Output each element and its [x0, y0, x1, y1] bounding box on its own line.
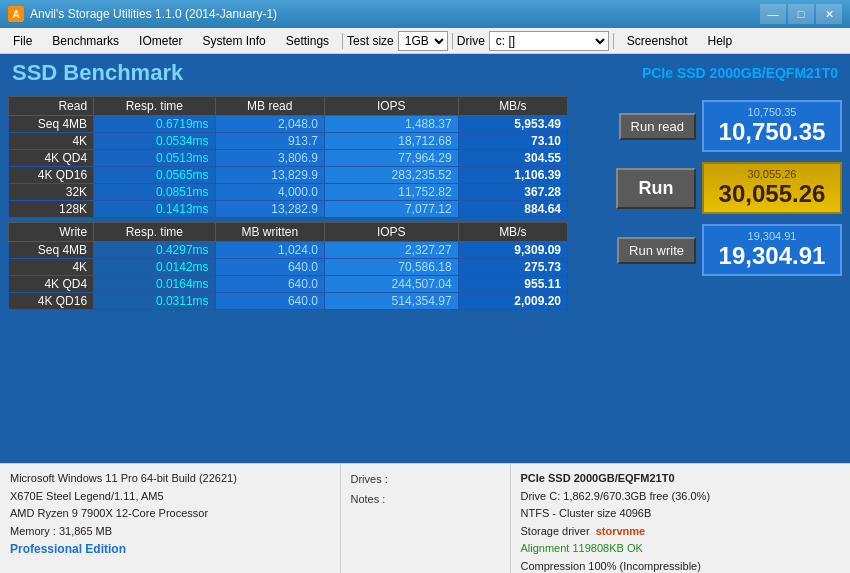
write-row1-col1: 0.0142ms	[94, 259, 216, 276]
write-row1-col4: 275.73	[458, 259, 567, 276]
write-header-col0: Write	[9, 223, 94, 242]
read-row3-col0: 4K QD16	[9, 167, 94, 184]
write-row-3: 4K QD16 0.0311ms 640.0 514,354.97 2,009.…	[9, 293, 568, 310]
write-row2-col3: 244,507.04	[324, 276, 458, 293]
drive-info-name: PCIe SSD 2000GB/EQFM21T0	[521, 470, 841, 488]
menu-benchmarks[interactable]: Benchmarks	[43, 30, 128, 52]
run-write-row: Run write 19,304.91 19,304.91	[617, 224, 842, 276]
write-row3-col2: 640.0	[215, 293, 324, 310]
pro-edition-label: Professional Edition	[10, 540, 330, 559]
test-size-label: Test size	[347, 34, 394, 48]
write-row0-col0: Seq 4MB	[9, 242, 94, 259]
read-score-display: 10,750.35 10,750.35	[702, 100, 842, 152]
menu-bar: File Benchmarks IOmeter System Info Sett…	[0, 28, 850, 54]
read-header-col2: MB read	[215, 97, 324, 116]
content-area: SSD Benchmark PCIe SSD 2000GB/EQFM21T0 R…	[0, 54, 850, 573]
menu-iometer[interactable]: IOmeter	[130, 30, 191, 52]
menu-separator-3	[613, 33, 614, 49]
drive-info-free: Drive C: 1,862.9/670.3GB free (36.0%)	[521, 488, 841, 506]
total-score-large: 30,055.26	[714, 180, 830, 208]
menu-help[interactable]: Help	[699, 30, 742, 52]
read-table: Read Resp. time MB read IOPS MB/s Seq 4M…	[8, 96, 568, 218]
menu-settings[interactable]: Settings	[277, 30, 338, 52]
drive-select[interactable]: c: []	[489, 31, 609, 51]
read-row2-col3: 77,964.29	[324, 150, 458, 167]
read-header-col3: IOPS	[324, 97, 458, 116]
test-size-select[interactable]: 1GB 4GB 8GB	[398, 31, 448, 51]
run-write-button[interactable]: Run write	[617, 237, 696, 264]
write-header-col2: MB written	[215, 223, 324, 242]
menu-system-info[interactable]: System Info	[193, 30, 274, 52]
drive-info-driver: Storage driver storvnme	[521, 523, 841, 541]
drive-info-alignment: Alignment 119808KB OK	[521, 540, 841, 558]
total-score-small: 30,055.26	[714, 168, 830, 180]
write-row0-col2: 1,024.0	[215, 242, 324, 259]
read-row0-col0: Seq 4MB	[9, 116, 94, 133]
tables-container: Read Resp. time MB read IOPS MB/s Seq 4M…	[8, 96, 568, 459]
read-row5-col3: 7,077.12	[324, 201, 458, 218]
read-row1-col4: 73.10	[458, 133, 567, 150]
drive-label: Drive	[457, 34, 485, 48]
read-score-small: 10,750.35	[714, 106, 830, 118]
drive-info-compression: Compression 100% (Incompressible)	[521, 558, 841, 573]
run-read-row: Run read 10,750.35 10,750.35	[619, 100, 842, 152]
run-total-row: Run 30,055.26 30,055.26	[616, 162, 842, 214]
read-row1-col3: 18,712.68	[324, 133, 458, 150]
write-row3-col1: 0.0311ms	[94, 293, 216, 310]
title-bar: A Anvil's Storage Utilities 1.1.0 (2014-…	[0, 0, 850, 28]
write-row2-col4: 955.11	[458, 276, 567, 293]
write-row3-col0: 4K QD16	[9, 293, 94, 310]
read-row2-col4: 304.55	[458, 150, 567, 167]
run-button[interactable]: Run	[616, 168, 696, 209]
write-score-small: 19,304.91	[714, 230, 830, 242]
window-title: Anvil's Storage Utilities 1.1.0 (2014-Ja…	[30, 7, 277, 21]
read-row0-col1: 0.6719ms	[94, 116, 216, 133]
read-row-0: Seq 4MB 0.6719ms 2,048.0 1,488.37 5,953.…	[9, 116, 568, 133]
menu-screenshot[interactable]: Screenshot	[618, 30, 697, 52]
read-row2-col2: 3,806.9	[215, 150, 324, 167]
read-row-4: 32K 0.0851ms 4,000.0 11,752.82 367.28	[9, 184, 568, 201]
app-icon: A	[8, 6, 24, 22]
system-info-panel: Microsoft Windows 11 Pro 64-bit Build (2…	[0, 464, 340, 573]
drive-control: Drive c: []	[457, 31, 609, 51]
read-row3-col2: 13,829.9	[215, 167, 324, 184]
write-row3-col3: 514,354.97	[324, 293, 458, 310]
read-row4-col4: 367.28	[458, 184, 567, 201]
read-row3-col1: 0.0565ms	[94, 167, 216, 184]
maximize-button[interactable]: □	[788, 4, 814, 24]
write-table: Write Resp. time MB written IOPS MB/s Se…	[8, 222, 568, 310]
drives-notes: Notes :	[351, 490, 500, 510]
write-row-2: 4K QD4 0.0164ms 640.0 244,507.04 955.11	[9, 276, 568, 293]
menu-file[interactable]: File	[4, 30, 41, 52]
close-button[interactable]: ✕	[816, 4, 842, 24]
test-size-control: Test size 1GB 4GB 8GB	[347, 31, 448, 51]
write-header-col4: MB/s	[458, 223, 567, 242]
read-row3-col3: 283,235.52	[324, 167, 458, 184]
drive-info-panel: PCIe SSD 2000GB/EQFM21T0 Drive C: 1,862.…	[510, 464, 851, 573]
write-score-display: 19,304.91 19,304.91	[702, 224, 842, 276]
read-header-col1: Resp. time	[94, 97, 216, 116]
run-read-button[interactable]: Run read	[619, 113, 696, 140]
read-row1-col1: 0.0534ms	[94, 133, 216, 150]
minimize-button[interactable]: —	[760, 4, 786, 24]
sys-motherboard: X670E Steel Legend/1.11, AM5	[10, 488, 330, 506]
write-row1-col0: 4K	[9, 259, 94, 276]
write-row-1: 4K 0.0142ms 640.0 70,586.18 275.73	[9, 259, 568, 276]
read-row5-col2: 13,282.9	[215, 201, 324, 218]
read-score-large: 10,750.35	[714, 118, 830, 146]
menu-separator-2	[452, 33, 453, 49]
read-row1-col0: 4K	[9, 133, 94, 150]
read-header-col0: Read	[9, 97, 94, 116]
write-row0-col3: 2,327.27	[324, 242, 458, 259]
read-row4-col3: 11,752.82	[324, 184, 458, 201]
read-row-2: 4K QD4 0.0513ms 3,806.9 77,964.29 304.55	[9, 150, 568, 167]
write-row1-col2: 640.0	[215, 259, 324, 276]
sys-os: Microsoft Windows 11 Pro 64-bit Build (2…	[10, 470, 330, 488]
drives-label: Drives :	[351, 470, 500, 490]
ssd-header: SSD Benchmark PCIe SSD 2000GB/EQFM21T0	[0, 54, 850, 92]
read-row0-col3: 1,488.37	[324, 116, 458, 133]
total-score-display: 30,055.26 30,055.26	[702, 162, 842, 214]
drive-info-ntfs: NTFS - Cluster size 4096B	[521, 505, 841, 523]
read-row0-col2: 2,048.0	[215, 116, 324, 133]
read-row-5: 128K 0.1413ms 13,282.9 7,077.12 884.64	[9, 201, 568, 218]
